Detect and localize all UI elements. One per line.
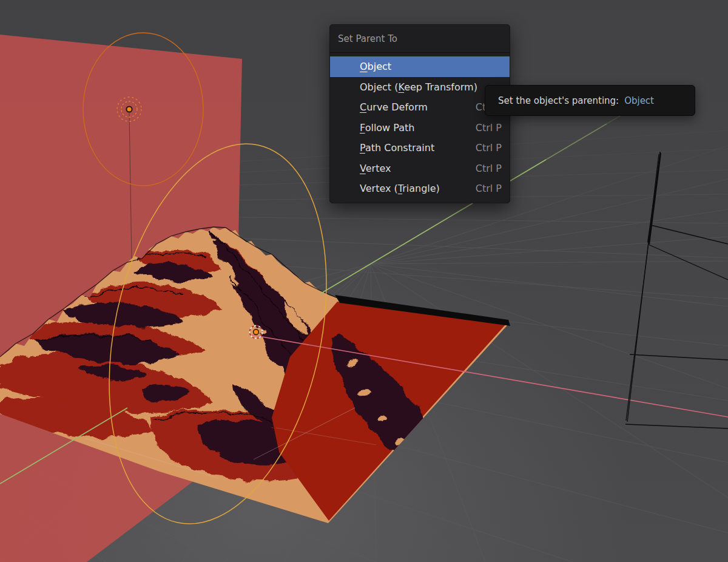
menu-item-6[interactable]: Vertex (Triangle)Ctrl P (330, 178, 510, 199)
tooltip-label: Set the object's parenting: (498, 95, 619, 106)
menu-title: Set Parent To (330, 25, 510, 53)
tooltip-value: Object (624, 95, 654, 106)
menu-item-shortcut: Ctrl P (476, 183, 502, 194)
menu-item-label: Curve Deform (360, 101, 428, 113)
menu-item-3[interactable]: Follow PathCtrl P (330, 118, 510, 138)
set-parent-to-menu[interactable]: Set Parent To ObjectObject (Keep Transfo… (329, 24, 510, 203)
menu-item-5[interactable]: VertexCtrl P (330, 158, 510, 179)
menu-item-2[interactable]: Curve DeformCtrl P (330, 97, 510, 118)
menu-item-4[interactable]: Path ConstraintCtrl P (330, 138, 510, 158)
menu-item-label: Object (Keep Transform) (360, 81, 477, 93)
menu-items: ObjectObject (Keep Transform)Curve Defor… (330, 53, 510, 203)
menu-item-shortcut: Ctrl P (476, 122, 502, 134)
tooltip: Set the object's parenting: Object (485, 85, 695, 116)
menu-item-shortcut: Ctrl P (476, 163, 502, 174)
menu-item-label: Vertex (Triangle) (360, 183, 440, 194)
menu-item-label: Path Constraint (360, 142, 434, 154)
menu-item-0[interactable]: Object (330, 56, 510, 77)
light-origin-dot (126, 106, 132, 112)
cursor-origin-dot (254, 330, 259, 335)
menu-item-label: Follow Path (360, 122, 414, 134)
menu-item-label: Object (360, 61, 391, 72)
menu-item-shortcut: Ctrl P (476, 142, 502, 154)
menu-item-label: Vertex (360, 163, 391, 174)
blender-3d-viewport[interactable]: Set Parent To ObjectObject (Keep Transfo… (0, 0, 728, 562)
menu-item-1[interactable]: Object (Keep Transform) (330, 77, 510, 98)
